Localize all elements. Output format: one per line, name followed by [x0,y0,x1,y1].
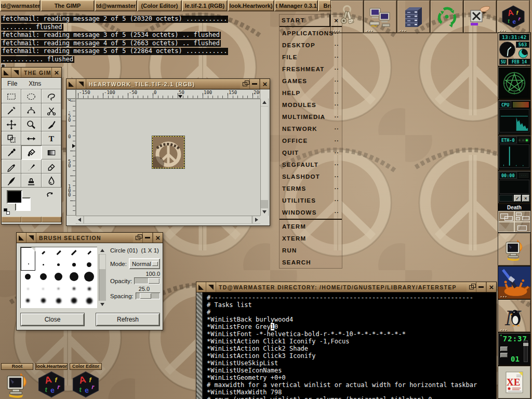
slider-thumb[interactable] [523,343,528,346]
menu-item-windows[interactable]: WINDOWS [280,206,342,218]
menu-item-modules[interactable]: MODULES [280,99,342,111]
brush-cell[interactable] [51,271,66,283]
menu-item-quit[interactable]: QUIT [280,147,342,158]
tool-color-picker[interactable] [2,145,21,159]
menu-item-freshmeat[interactable]: FRESHMEAT [280,63,342,75]
terminal-body[interactable]: #---------------------------------------… [196,292,496,399]
scroll-right-button[interactable] [253,216,260,223]
tool-ellipse-select[interactable] [21,89,41,103]
window-shade-button[interactable] [26,233,36,243]
swap-colors-icon[interactable] [46,190,54,198]
scroll-up-button[interactable] [261,99,268,106]
tool-scissors[interactable] [42,103,61,117]
menu-item-terms[interactable]: TERMS [280,182,342,194]
default-colors-icon[interactable] [4,208,10,215]
menu-xtns[interactable]: Xtns [23,80,47,87]
terminal-titlebar[interactable]: TD@WARMASTER DIRECTORY: /HOME/TD/GNUSTEP… [196,282,496,292]
menu-item-search[interactable]: SEARCH [280,256,342,268]
dock-tile-dismiss-hand[interactable] [463,0,497,33]
iconify-button[interactable] [143,233,153,243]
horizontal-ruler[interactable]: -150-100-50050100150200 [76,89,260,99]
pentacle-dockapp[interactable] [498,66,531,100]
mixer-button[interactable] [500,353,508,357]
selected-image-layer[interactable] [152,136,184,168]
brush-cell[interactable] [51,283,66,295]
brush-cell[interactable] [82,271,97,283]
scrollbar-thumb[interactable] [261,107,268,200]
mixer-slider[interactable] [524,340,528,362]
brush-cell[interactable] [20,295,35,307]
scroll-up-button[interactable] [99,247,106,254]
menu-item-utilities[interactable]: UTILITIES [280,194,342,206]
foreground-color-swatch[interactable] [7,190,22,204]
close-button[interactable] [486,282,496,292]
mixer-timer-dockapp[interactable]: °72:37 01 [498,332,531,366]
scroll-down-button[interactable] [99,301,106,308]
iconify-button[interactable] [250,79,260,89]
tool-flip[interactable] [21,131,41,145]
mixer-button[interactable] [500,347,508,351]
menu-file[interactable]: File [2,80,23,87]
slider-handle[interactable] [140,293,151,299]
menu-item-desktop[interactable]: DESKTOP [280,39,342,51]
menu-item-multimedia[interactable]: MULTIMEDIA [280,111,342,123]
menu-item-office[interactable]: OFFICE [280,135,342,147]
tool-paintbrush[interactable] [21,159,41,174]
xemacs-dockapp[interactable]: XE [498,366,531,399]
tool-eraser[interactable] [42,159,61,174]
timer-widget[interactable]: 00:00 ··· ✓ × [498,170,531,204]
brush-cell[interactable] [36,295,51,307]
toolbox-titlebar[interactable]: The GIMP [2,68,61,78]
tool-text[interactable]: T [42,131,61,145]
menu-item-network[interactable]: NETWORK [280,123,342,135]
pager-cell[interactable] [498,211,514,222]
icon-title[interactable]: Color Editor [70,363,102,370]
spacing-slider[interactable]: 25.0 [136,292,160,299]
brush-cell[interactable] [82,247,97,259]
brush-dialog-titlebar[interactable]: BRUSH SELECTION [17,233,163,243]
brush-cell[interactable] [66,259,82,271]
tool-transform[interactable] [2,131,21,145]
brush-cell[interactable] [51,259,66,271]
horizontal-scrollbar[interactable] [76,216,260,224]
terminal-fetchmail-output[interactable]: fetchmail: reading message 2 of 5 (20320… [1,15,313,71]
brush-cell[interactable] [51,295,66,307]
brush-cell[interactable] [36,283,51,295]
brush-cell[interactable] [66,283,82,295]
menu-item-aterm[interactable]: ATERM [280,220,342,232]
cpu-monitor-widget[interactable]: CPU [498,100,531,135]
clock-widget[interactable]: 13:31:42 563 SU FEB 14 [498,32,531,66]
terminal-scrollbar[interactable] [196,292,203,399]
tool-convolve[interactable] [42,174,61,188]
brush-cell[interactable] [36,247,51,259]
tool-free-select[interactable] [42,89,61,103]
tool-magnify[interactable] [21,117,41,131]
taskbar-window-button[interactable]: (Color Editor) [137,0,182,11]
close-button[interactable] [153,233,163,243]
maximize-button[interactable] [467,282,476,292]
paint-dockapp[interactable]: ··· [498,266,531,299]
taskbar-window-button[interactable]: td@warmaster [95,0,137,11]
maximize-button[interactable] [240,79,250,89]
scroll-left-button[interactable] [76,216,83,223]
tool-move[interactable] [2,117,21,131]
tool-crop[interactable] [42,117,61,131]
desktop-pager[interactable]: Death [498,204,531,233]
dock-tile-network-computers[interactable]: ··· [364,0,397,33]
image-window-titlebar[interactable]: HEARTWORK_TILE.TIF-2.1 (RGB) [66,79,270,89]
tool-bezier-select[interactable] [21,103,41,117]
vertical-scrollbar[interactable] [260,99,269,216]
window-menu-button[interactable] [66,79,76,89]
timer-ok-button[interactable]: ✓ [514,195,521,202]
icon-title[interactable]: Root [1,363,33,370]
brush-cell[interactable] [82,295,97,307]
menu-item-file[interactable]: FILE [280,51,342,63]
brush-scrollbar[interactable] [99,247,106,308]
taskbar-window-button[interactable]: The GIMP [41,0,95,11]
timer-cancel-button[interactable]: × [522,195,529,202]
pager-cell[interactable] [514,222,530,233]
brush-cell[interactable] [82,283,97,295]
refresh-button[interactable]: Refresh [96,313,160,326]
scroll-down-button[interactable] [261,208,268,216]
vertical-ruler[interactable]: -100-50050100 [66,99,76,216]
